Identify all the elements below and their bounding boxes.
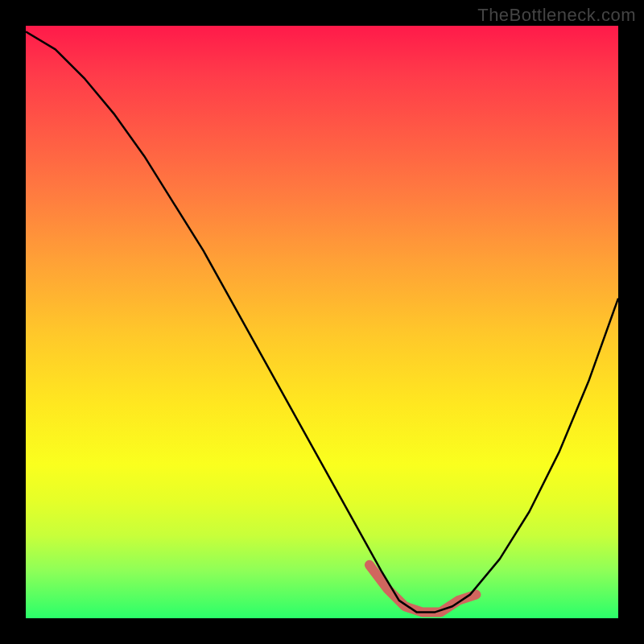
plot-area (26, 26, 618, 618)
curve-svg (26, 26, 618, 618)
highlight-segment (369, 565, 477, 613)
bottleneck-curve-line (26, 31, 618, 612)
bottleneck-chart: TheBottleneck.com (0, 0, 644, 644)
watermark-text: TheBottleneck.com (477, 5, 636, 26)
